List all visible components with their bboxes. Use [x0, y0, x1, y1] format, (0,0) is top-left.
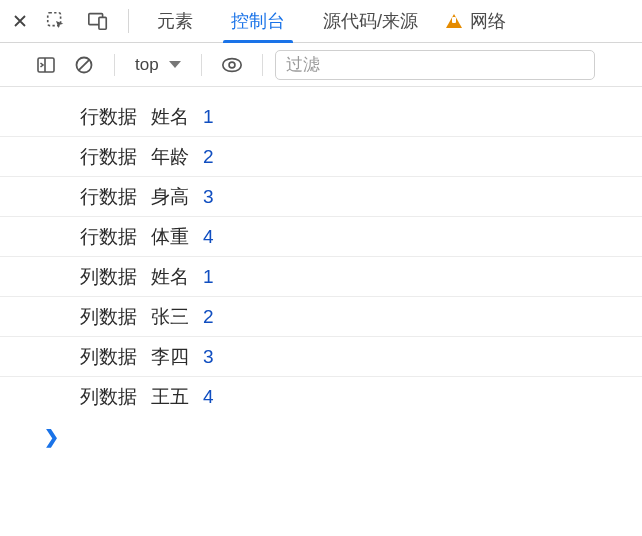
log-arg-string: 行数据 — [80, 224, 137, 250]
log-arg-string: 体重 — [151, 224, 189, 250]
console-log-row: 行数据姓名1 — [0, 97, 642, 137]
clear-console-icon[interactable] — [66, 47, 102, 83]
svg-rect-2 — [99, 17, 106, 29]
log-arg-string: 姓名 — [151, 104, 189, 130]
svg-rect-3 — [38, 58, 54, 72]
log-arg-number: 2 — [203, 306, 214, 328]
inspect-element-icon[interactable] — [36, 0, 76, 43]
tab-sources[interactable]: 源代码/来源 — [305, 0, 436, 43]
console-log-row: 列数据张三2 — [0, 297, 642, 337]
filter-input[interactable] — [275, 50, 595, 80]
log-arg-number: 3 — [203, 186, 214, 208]
log-arg-string: 列数据 — [80, 344, 137, 370]
device-toggle-icon[interactable] — [78, 0, 118, 43]
filter-wrap — [275, 50, 642, 80]
log-arg-number: 1 — [203, 106, 214, 128]
log-arg-string: 张三 — [151, 304, 189, 330]
log-arg-number: 2 — [203, 146, 214, 168]
log-arg-string: 年龄 — [151, 144, 189, 170]
divider — [201, 54, 202, 76]
chevron-down-icon — [169, 61, 181, 68]
console-toolbar: top — [0, 43, 642, 87]
log-arg-string: 列数据 — [80, 264, 137, 290]
log-arg-number: 1 — [203, 266, 214, 288]
log-arg-string: 王五 — [151, 384, 189, 410]
context-label: top — [135, 55, 159, 75]
log-arg-number: 4 — [203, 226, 214, 248]
log-arg-string: 行数据 — [80, 184, 137, 210]
chevron-right-icon: ❯ — [44, 426, 59, 448]
console-log-row: 行数据身高3 — [0, 177, 642, 217]
tab-network[interactable]: 网络 — [438, 0, 524, 43]
console-log-row: 列数据姓名1 — [0, 257, 642, 297]
console-log-row: 列数据李四3 — [0, 337, 642, 377]
log-arg-string: 行数据 — [80, 144, 137, 170]
tab-network-label: 网络 — [470, 9, 506, 33]
log-arg-number: 3 — [203, 346, 214, 368]
log-arg-string: 列数据 — [80, 304, 137, 330]
log-arg-string: 列数据 — [80, 384, 137, 410]
log-arg-number: 4 — [203, 386, 214, 408]
svg-point-7 — [229, 62, 235, 68]
log-arg-string: 行数据 — [80, 104, 137, 130]
devtools-tabbar: 元素 控制台 源代码/来源 网络 — [0, 0, 642, 43]
warning-icon — [446, 14, 462, 28]
console-log-row: 行数据年龄2 — [0, 137, 642, 177]
log-arg-string: 姓名 — [151, 264, 189, 290]
svg-line-6 — [79, 59, 89, 69]
log-arg-string: 李四 — [151, 344, 189, 370]
tab-console[interactable]: 控制台 — [213, 0, 303, 43]
console-log-row: 列数据王五4 — [0, 377, 642, 417]
divider — [262, 54, 263, 76]
divider — [128, 9, 129, 33]
console-prompt[interactable]: ❯ — [0, 417, 642, 457]
log-arg-string: 身高 — [151, 184, 189, 210]
divider — [114, 54, 115, 76]
close-icon[interactable] — [10, 14, 30, 28]
execution-context-selector[interactable]: top — [127, 47, 189, 83]
console-output: 行数据姓名1行数据年龄2行数据身高3行数据体重4列数据姓名1列数据张三2列数据李… — [0, 87, 642, 417]
console-log-row: 行数据体重4 — [0, 217, 642, 257]
live-expression-icon[interactable] — [214, 47, 250, 83]
toggle-sidebar-icon[interactable] — [28, 47, 64, 83]
tab-elements[interactable]: 元素 — [139, 0, 211, 43]
